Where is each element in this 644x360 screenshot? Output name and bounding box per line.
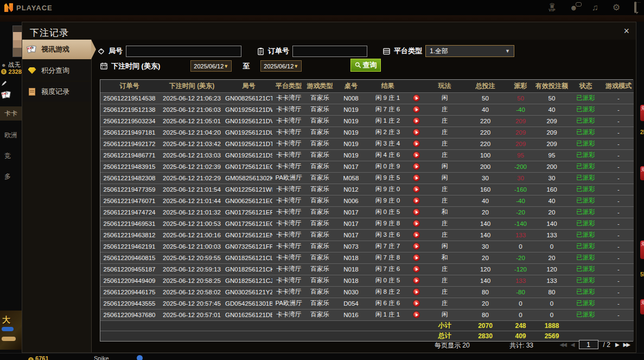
cell-replay (408, 252, 424, 263)
cell-round: GN019256121DV (225, 115, 272, 127)
cell-table: N017 (335, 229, 367, 241)
search-button[interactable]: 查询 (350, 59, 381, 72)
cell-round: GN017256121EP (225, 206, 272, 218)
cell-replay (408, 115, 424, 127)
next-page-button[interactable]: ▶ (615, 342, 619, 348)
background-nav-sport[interactable]: 竞 (0, 149, 22, 163)
cell-game: 百家乐 (305, 229, 335, 241)
date-from-select[interactable]: 2025/06/12 ▼ (190, 60, 232, 72)
table-row: 2506122094494092025-06-12 20:58:25GN0182… (100, 275, 634, 286)
replay-video-button[interactable] (413, 174, 420, 181)
chevron-down-icon: ▼ (294, 64, 298, 69)
replay-video-button[interactable] (413, 197, 420, 204)
background-nav-multi[interactable]: 多 (0, 169, 22, 184)
right-badge[interactable]: 兑 (640, 299, 644, 314)
cell-round: GN008256121CT (225, 92, 272, 104)
platform-type-select[interactable]: 1.全部 ▼ (425, 45, 514, 57)
column-header: 局号 (225, 80, 272, 92)
replay-video-button[interactable] (413, 254, 420, 261)
modal-content: 局号 订单号 平台类型 1.全部 ▼ (92, 40, 636, 352)
brand-name: PLAYACE (16, 4, 53, 12)
replay-video-button[interactable] (413, 300, 420, 307)
replay-video-button[interactable] (413, 277, 420, 284)
cell-round: GN017256121EO (225, 218, 272, 229)
cell-round: GN012256121WE (225, 184, 272, 195)
cell-status: 已派彩 (568, 195, 603, 206)
tab-video-games[interactable]: K♥ 9 视讯游戏 (22, 40, 91, 59)
close-icon[interactable]: × (623, 26, 629, 36)
replay-video-button[interactable] (413, 117, 420, 124)
replay-video-button[interactable] (413, 311, 420, 318)
promo-blue-badge (2, 327, 14, 331)
replay-video-button[interactable] (413, 163, 420, 170)
right-badge[interactable]: 兑 (640, 241, 644, 259)
cell-result: 闲 2 庄 3 (367, 127, 408, 138)
filter-row-2: 下注时间 (美东) 2025/06/12 ▼ 至 2025/06/12 ▼ (100, 60, 302, 72)
cell-status: 已派彩 (568, 275, 603, 286)
replay-video-button[interactable] (413, 151, 420, 159)
gear-icon[interactable]: ⚙ (613, 3, 620, 12)
right-badge[interactable]: 兑 (640, 105, 644, 121)
promo-banner[interactable]: 大 (0, 311, 22, 350)
cell-result: 闲 9 庄 5 (367, 172, 408, 184)
replay-video-button[interactable] (413, 266, 420, 273)
right-badge[interactable]: 兑 (640, 166, 644, 180)
music-icon[interactable]: ♫ (592, 3, 598, 12)
customer-service-icon[interactable]: ☻ (570, 4, 578, 11)
replay-video-button[interactable] (413, 94, 420, 102)
last-page-button[interactable]: ▶▶ (623, 342, 629, 348)
replay-video-button[interactable] (413, 288, 420, 295)
cell-result: 闲 1 庄 2 (367, 115, 408, 127)
round-number-input[interactable] (126, 46, 241, 57)
replay-video-button[interactable] (413, 231, 420, 238)
page-number-input[interactable]: 1 (579, 340, 598, 349)
cell-play: 庄 (424, 184, 465, 195)
cell-result: 闲 4 庄 6 (367, 149, 408, 161)
cell-game: 百家乐 (305, 127, 335, 138)
edit-icon[interactable] (1, 80, 22, 86)
cell-bet: 100 (465, 149, 506, 161)
cell-time: 2025-06-12 21:01:44 (158, 195, 225, 206)
replay-video-button[interactable] (413, 209, 420, 216)
replay-video-button[interactable] (413, 106, 420, 113)
filter-row-1: 局号 订单号 平台类型 1.全部 ▼ (97, 45, 514, 57)
page-total-label: / 2 (603, 341, 610, 349)
tab-credit-records[interactable]: 额度记录 (22, 82, 91, 102)
background-nav-kaka[interactable]: 卡卡 (0, 106, 22, 121)
cell-result: 闲 7 庄 6 (367, 104, 408, 115)
empty-cell (100, 320, 424, 331)
cell-status: 已派彩 (568, 218, 603, 229)
pencil-icon (1, 80, 7, 86)
cell-platform: 卡卡湾厅 (272, 286, 305, 298)
prev-page-button[interactable]: ◀ (571, 342, 574, 348)
cell-valid: 20 (535, 252, 568, 263)
replay-video-button[interactable] (413, 129, 420, 136)
cell-result: 闲 9 庄 1 (367, 92, 408, 104)
background-video-menu[interactable]: K♥ 9 (1, 90, 22, 99)
cell-table: N019 (335, 127, 367, 138)
cell-valid: 0 (535, 298, 568, 309)
date-to-select[interactable]: 2025/06/12 ▼ (260, 60, 302, 72)
empty-cell (568, 320, 634, 331)
cell-result: 闲 9 庄 8 (367, 218, 408, 229)
cell-platform: 卡卡湾厅 (272, 241, 305, 252)
cell-platform: 卡卡湾厅 (272, 275, 305, 286)
replay-video-button[interactable] (413, 186, 420, 193)
cell-status: 已派彩 (568, 286, 603, 298)
replay-video-button[interactable] (413, 220, 420, 227)
vip-crown-icon[interactable]: ♛ VIP (549, 3, 556, 12)
background-username: ☻ 战无 (1, 61, 22, 69)
total-count-label: 共计: 33 (509, 341, 533, 350)
cell-time: 2025-06-12 20:57:45 (158, 298, 225, 309)
replay-video-button[interactable] (413, 243, 420, 250)
cell-round: GN018256121CJ (225, 275, 272, 286)
order-number-input[interactable] (292, 46, 367, 57)
first-page-button[interactable]: ◀◀ (559, 342, 565, 348)
platform-type-icon (382, 47, 391, 55)
replay-video-button[interactable] (413, 140, 420, 147)
cell-mode: - (603, 206, 634, 218)
cell-payout: -20 (506, 206, 535, 218)
tab-points-query[interactable]: 积分查询 (22, 61, 91, 80)
cell-play: 和 (424, 252, 465, 263)
background-nav-europe[interactable]: 欧洲 (0, 128, 22, 142)
